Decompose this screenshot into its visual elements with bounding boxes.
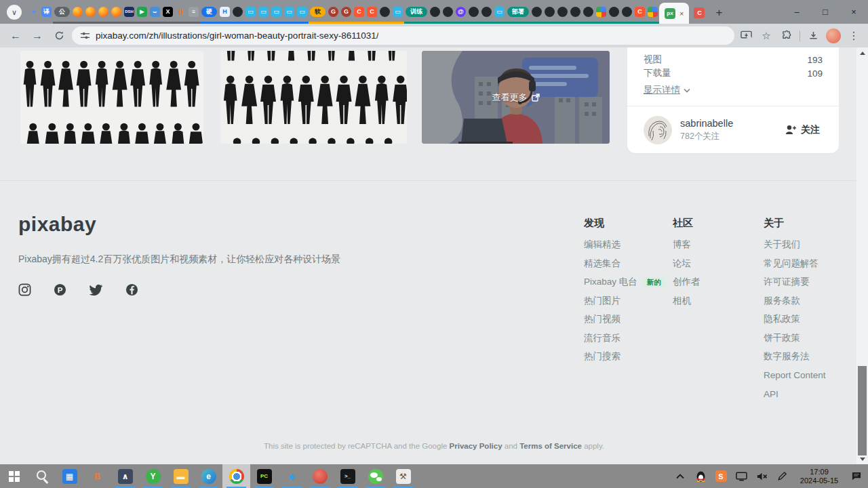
wechat-icon[interactable] — [361, 464, 389, 488]
brackets-favicon[interactable]: {} — [174, 1, 187, 24]
footer-link[interactable]: Report Content — [764, 366, 826, 385]
file-explorer-icon[interactable]: ▬ — [167, 464, 195, 488]
uploader-avatar[interactable] — [644, 116, 672, 144]
firefox-favicon[interactable] — [71, 1, 84, 24]
search-button[interactable] — [28, 464, 56, 488]
close-button[interactable]: × — [840, 0, 868, 24]
taskbar-clock[interactable]: 17:09 2024-05-15 — [793, 468, 845, 485]
edge-icon[interactable]: e — [195, 464, 222, 488]
github-favicon[interactable] — [378, 1, 391, 24]
footer-link[interactable]: 关于我们 — [764, 236, 826, 255]
tab-group-label-ruan[interactable]: 软 — [309, 1, 327, 24]
terms-of-service-link[interactable]: Terms of Service — [519, 442, 582, 450]
site-info-icon[interactable] — [80, 30, 90, 41]
new-tab-button[interactable]: + — [709, 3, 728, 22]
red-app-icon[interactable] — [306, 464, 334, 488]
related-image-support-illustration[interactable]: 查看更多 — [422, 51, 610, 144]
vscode-icon[interactable]: ◆ — [278, 464, 306, 488]
instagram-icon[interactable] — [18, 283, 31, 296]
github-favicon[interactable] — [441, 1, 454, 24]
maximize-button[interactable]: □ — [811, 0, 840, 24]
bilibili-favicon[interactable]: ▭ — [391, 1, 404, 24]
scroll-down-arrow[interactable] — [856, 453, 868, 464]
red-app-favicon[interactable]: G — [340, 1, 353, 24]
csdn-favicon[interactable]: C — [633, 1, 646, 24]
pixabay-logo[interactable]: pixabay — [18, 213, 357, 236]
menu-dots-icon[interactable]: ⋮ — [846, 27, 861, 45]
document-favicon[interactable]: ≡ — [187, 1, 200, 24]
colored-grid-favicon[interactable] — [646, 1, 659, 24]
footer-link[interactable]: 编辑精选 — [584, 236, 665, 255]
csdn-favicon[interactable]: C — [353, 1, 366, 24]
pinterest-icon[interactable]: P — [54, 283, 66, 296]
footer-link[interactable]: 热门搜索 — [584, 348, 665, 367]
ms-store-icon[interactable]: ▦ — [56, 464, 83, 488]
tab-group-label-ying[interactable]: 硬 — [200, 1, 218, 24]
github-favicon[interactable] — [582, 1, 595, 24]
footer-link[interactable]: 博客 — [673, 236, 701, 255]
scroll-up-arrow[interactable] — [856, 47, 868, 58]
github-favicon[interactable] — [467, 1, 480, 24]
footer-link[interactable]: 相机 — [673, 291, 701, 310]
download-icon[interactable] — [806, 27, 821, 45]
pen-icon[interactable] — [773, 464, 791, 488]
github-favicon[interactable] — [556, 1, 569, 24]
privacy-policy-link[interactable]: Privacy Policy — [450, 442, 502, 450]
show-details-link[interactable]: 显示详情 — [644, 84, 690, 96]
footer-link[interactable]: 许可证摘要 — [764, 273, 826, 292]
play-favicon[interactable]: ▶ — [136, 1, 149, 24]
scrollbar-thumb[interactable] — [858, 366, 867, 455]
bilibili-favicon[interactable]: ▭ — [493, 1, 506, 24]
github-favicon[interactable] — [231, 1, 244, 24]
footer-link[interactable]: Pixabay 电台新的 — [584, 273, 665, 292]
terminal-icon[interactable]: >_ — [334, 464, 361, 488]
uploader-name[interactable]: sabrinabelle — [680, 118, 777, 129]
extensions-icon[interactable] — [779, 27, 794, 45]
reload-button[interactable] — [50, 27, 68, 45]
url-text[interactable]: pixabay.com/zh/illustrations/girl-woman-… — [96, 30, 378, 41]
page-scrollbar[interactable] — [856, 47, 868, 464]
bilibili-favicon[interactable]: ▭ — [296, 1, 309, 24]
footer-link[interactable]: 数字服务法 — [764, 348, 826, 367]
red-app-favicon[interactable]: G — [327, 1, 340, 24]
smile-favicon[interactable]: ⌣ — [149, 1, 161, 24]
dsh-favicon[interactable]: DSH — [123, 1, 136, 24]
h-favicon[interactable]: H — [218, 1, 231, 24]
footer-link[interactable]: 流行音乐 — [584, 329, 665, 348]
bookmark-star-icon[interactable]: ☆ — [759, 27, 774, 45]
tools-app-icon[interactable]: ⚒ — [389, 464, 417, 488]
csdn-favicon[interactable]: C — [366, 1, 378, 24]
github-favicon[interactable] — [429, 1, 441, 24]
tab-close-icon[interactable]: × — [679, 9, 684, 18]
github-favicon[interactable] — [543, 1, 556, 24]
volume-muted-icon[interactable] — [753, 464, 770, 488]
github-favicon[interactable] — [569, 1, 582, 24]
github-favicon[interactable] — [530, 1, 543, 24]
forward-button[interactable]: → — [28, 27, 46, 45]
star-favicon[interactable]: ★ — [27, 1, 40, 24]
footer-link[interactable]: 服务条款 — [764, 291, 826, 310]
footer-link[interactable]: 常见问题解答 — [764, 254, 826, 273]
pycharm-icon[interactable]: PC — [250, 464, 278, 488]
github-favicon[interactable] — [480, 1, 493, 24]
start-button[interactable] — [0, 464, 28, 488]
follow-button[interactable]: 关注 — [785, 124, 820, 136]
tab-search-chevron-icon[interactable]: ∨ — [7, 5, 22, 20]
footer-link[interactable]: 创作者 — [673, 273, 701, 292]
footer-link[interactable]: 热门图片 — [584, 291, 665, 310]
tab-group-label-xunlian[interactable]: 训练 — [404, 1, 429, 24]
tab-group-label-bushu[interactable]: 部署 — [506, 1, 530, 24]
install-icon[interactable] — [738, 27, 753, 45]
twitter-icon[interactable] — [89, 284, 103, 296]
footer-link[interactable]: 热门视频 — [584, 310, 665, 329]
firefox-favicon[interactable] — [110, 1, 123, 24]
translate-favicon[interactable]: 译 — [40, 1, 53, 24]
sogou-s-icon[interactable]: S — [712, 464, 730, 488]
bilibili-favicon[interactable]: ▭ — [270, 1, 283, 24]
github-favicon[interactable] — [608, 1, 620, 24]
cat-app-icon[interactable]: ∧ — [111, 464, 139, 488]
at-favicon[interactable]: @ — [454, 1, 467, 24]
network-display-icon[interactable] — [732, 464, 750, 488]
related-image-silhouettes-1[interactable] — [20, 51, 203, 144]
profile-avatar[interactable] — [826, 28, 841, 43]
